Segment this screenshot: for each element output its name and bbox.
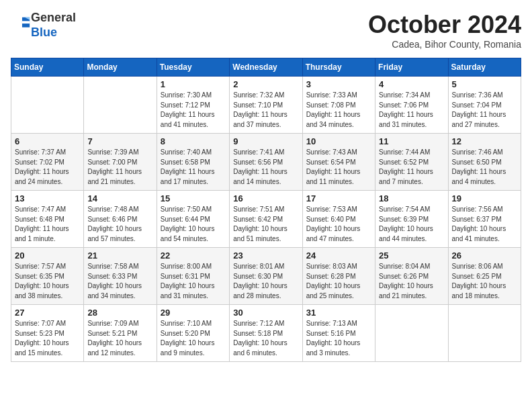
day-info: Sunrise: 7:56 AM Sunset: 6:37 PM Dayligh…: [452, 205, 517, 244]
day-number: 7: [87, 136, 152, 146]
day-info: Sunrise: 7:10 AM Sunset: 5:20 PM Dayligh…: [161, 319, 226, 358]
calendar-cell: 9Sunrise: 7:41 AM Sunset: 6:56 PM Daylig…: [230, 134, 302, 191]
month-title: October 2024: [368, 11, 521, 39]
day-number: 15: [161, 193, 226, 203]
day-number: 19: [452, 193, 517, 203]
day-number: 14: [87, 193, 152, 203]
calendar-cell: 3Sunrise: 7:33 AM Sunset: 7:08 PM Daylig…: [302, 77, 375, 134]
week-row-4: 20Sunrise: 7:57 AM Sunset: 6:35 PM Dayli…: [11, 248, 521, 305]
day-number: 3: [306, 79, 371, 89]
day-number: 17: [306, 193, 371, 203]
calendar-cell: 29Sunrise: 7:10 AM Sunset: 5:20 PM Dayli…: [157, 305, 229, 362]
days-header-row: SundayMondayTuesdayWednesdayThursdayFrid…: [11, 58, 521, 77]
calendar-cell: 26Sunrise: 8:06 AM Sunset: 6:25 PM Dayli…: [448, 248, 521, 305]
day-header-monday: Monday: [84, 58, 157, 77]
calendar-cell: 7Sunrise: 7:39 AM Sunset: 7:00 PM Daylig…: [84, 134, 157, 191]
calendar-cell: 25Sunrise: 8:04 AM Sunset: 6:26 PM Dayli…: [375, 248, 448, 305]
calendar-cell: 11Sunrise: 7:44 AM Sunset: 6:52 PM Dayli…: [375, 134, 448, 191]
logo-text: General Blue: [31, 11, 76, 40]
day-header-friday: Friday: [375, 58, 448, 77]
day-info: Sunrise: 7:53 AM Sunset: 6:40 PM Dayligh…: [306, 205, 371, 244]
day-number: 26: [452, 250, 517, 261]
day-number: 31: [306, 308, 371, 318]
calendar-cell: [448, 305, 521, 362]
day-info: Sunrise: 8:06 AM Sunset: 6:25 PM Dayligh…: [452, 262, 517, 301]
day-info: Sunrise: 7:12 AM Sunset: 5:18 PM Dayligh…: [233, 319, 298, 358]
day-info: Sunrise: 7:39 AM Sunset: 7:00 PM Dayligh…: [87, 148, 152, 187]
calendar-cell: [84, 77, 157, 134]
calendar-cell: 31Sunrise: 7:13 AM Sunset: 5:16 PM Dayli…: [302, 305, 375, 362]
day-number: 5: [452, 79, 517, 89]
day-number: 4: [379, 79, 444, 89]
location-subtitle: Cadea, Bihor County, Romania: [368, 39, 521, 50]
calendar-cell: 19Sunrise: 7:56 AM Sunset: 6:37 PM Dayli…: [448, 191, 521, 248]
page-header: General Blue October 2024 Cadea, Bihor C…: [11, 11, 521, 50]
day-number: 2: [233, 79, 298, 89]
calendar-cell: 8Sunrise: 7:40 AM Sunset: 6:58 PM Daylig…: [157, 134, 229, 191]
calendar-cell: 28Sunrise: 7:09 AM Sunset: 5:21 PM Dayli…: [84, 305, 157, 362]
day-number: 25: [379, 250, 444, 261]
calendar-cell: 15Sunrise: 7:50 AM Sunset: 6:44 PM Dayli…: [157, 191, 229, 248]
day-info: Sunrise: 7:57 AM Sunset: 6:35 PM Dayligh…: [15, 262, 80, 301]
logo-icon: [12, 15, 31, 34]
day-number: 1: [161, 79, 226, 89]
week-row-5: 27Sunrise: 7:07 AM Sunset: 5:23 PM Dayli…: [11, 305, 521, 362]
day-info: Sunrise: 7:50 AM Sunset: 6:44 PM Dayligh…: [161, 205, 226, 244]
day-info: Sunrise: 7:46 AM Sunset: 6:50 PM Dayligh…: [452, 148, 517, 187]
calendar-cell: 23Sunrise: 8:01 AM Sunset: 6:30 PM Dayli…: [230, 248, 302, 305]
day-number: 16: [233, 193, 298, 203]
calendar-cell: 4Sunrise: 7:34 AM Sunset: 7:06 PM Daylig…: [375, 77, 448, 134]
calendar-cell: 21Sunrise: 7:58 AM Sunset: 6:33 PM Dayli…: [84, 248, 157, 305]
calendar-cell: 10Sunrise: 7:43 AM Sunset: 6:54 PM Dayli…: [302, 134, 375, 191]
day-info: Sunrise: 7:33 AM Sunset: 7:08 PM Dayligh…: [306, 91, 371, 130]
calendar-cell: 27Sunrise: 7:07 AM Sunset: 5:23 PM Dayli…: [11, 305, 84, 362]
calendar-cell: 5Sunrise: 7:36 AM Sunset: 7:04 PM Daylig…: [448, 77, 521, 134]
day-header-sunday: Sunday: [11, 58, 84, 77]
calendar-cell: 14Sunrise: 7:48 AM Sunset: 6:46 PM Dayli…: [84, 191, 157, 248]
day-number: 30: [233, 308, 298, 318]
day-info: Sunrise: 8:04 AM Sunset: 6:26 PM Dayligh…: [379, 262, 444, 301]
day-info: Sunrise: 7:47 AM Sunset: 6:48 PM Dayligh…: [15, 205, 80, 244]
day-number: 21: [87, 250, 152, 261]
day-info: Sunrise: 7:09 AM Sunset: 5:21 PM Dayligh…: [87, 319, 152, 358]
day-number: 18: [379, 193, 444, 203]
day-info: Sunrise: 7:48 AM Sunset: 6:46 PM Dayligh…: [87, 205, 152, 244]
day-info: Sunrise: 7:51 AM Sunset: 6:42 PM Dayligh…: [233, 205, 298, 244]
day-info: Sunrise: 7:54 AM Sunset: 6:39 PM Dayligh…: [379, 205, 444, 244]
day-number: 27: [15, 308, 80, 318]
day-info: Sunrise: 7:13 AM Sunset: 5:16 PM Dayligh…: [306, 319, 371, 358]
calendar-cell: 16Sunrise: 7:51 AM Sunset: 6:42 PM Dayli…: [230, 191, 302, 248]
day-number: 8: [161, 136, 226, 146]
calendar-cell: 30Sunrise: 7:12 AM Sunset: 5:18 PM Dayli…: [230, 305, 302, 362]
calendar-cell: 18Sunrise: 7:54 AM Sunset: 6:39 PM Dayli…: [375, 191, 448, 248]
title-block: October 2024 Cadea, Bihor County, Romani…: [368, 11, 521, 50]
logo: General Blue: [11, 11, 76, 40]
calendar-cell: 1Sunrise: 7:30 AM Sunset: 7:12 PM Daylig…: [157, 77, 229, 134]
day-info: Sunrise: 7:34 AM Sunset: 7:06 PM Dayligh…: [379, 91, 444, 130]
day-number: 9: [233, 136, 298, 146]
day-header-thursday: Thursday: [302, 58, 375, 77]
day-number: 13: [15, 193, 80, 203]
calendar-cell: [11, 77, 84, 134]
calendar-cell: 2Sunrise: 7:32 AM Sunset: 7:10 PM Daylig…: [230, 77, 302, 134]
day-header-saturday: Saturday: [448, 58, 521, 77]
day-info: Sunrise: 7:07 AM Sunset: 5:23 PM Dayligh…: [15, 319, 80, 358]
day-info: Sunrise: 7:43 AM Sunset: 6:54 PM Dayligh…: [306, 148, 371, 187]
calendar-cell: 20Sunrise: 7:57 AM Sunset: 6:35 PM Dayli…: [11, 248, 84, 305]
day-info: Sunrise: 8:03 AM Sunset: 6:28 PM Dayligh…: [306, 262, 371, 301]
day-number: 22: [161, 250, 226, 261]
day-number: 12: [452, 136, 517, 146]
calendar-cell: [375, 305, 448, 362]
day-number: 20: [15, 250, 80, 261]
day-info: Sunrise: 7:41 AM Sunset: 6:56 PM Dayligh…: [233, 148, 298, 187]
day-number: 28: [87, 308, 152, 318]
day-info: Sunrise: 8:00 AM Sunset: 6:31 PM Dayligh…: [161, 262, 226, 301]
day-info: Sunrise: 7:32 AM Sunset: 7:10 PM Dayligh…: [233, 91, 298, 130]
day-header-wednesday: Wednesday: [230, 58, 302, 77]
day-number: 23: [233, 250, 298, 261]
day-info: Sunrise: 7:37 AM Sunset: 7:02 PM Dayligh…: [15, 148, 80, 187]
calendar-cell: 13Sunrise: 7:47 AM Sunset: 6:48 PM Dayli…: [11, 191, 84, 248]
day-number: 24: [306, 250, 371, 261]
calendar-table: SundayMondayTuesdayWednesdayThursdayFrid…: [11, 58, 521, 362]
day-header-tuesday: Tuesday: [157, 58, 229, 77]
